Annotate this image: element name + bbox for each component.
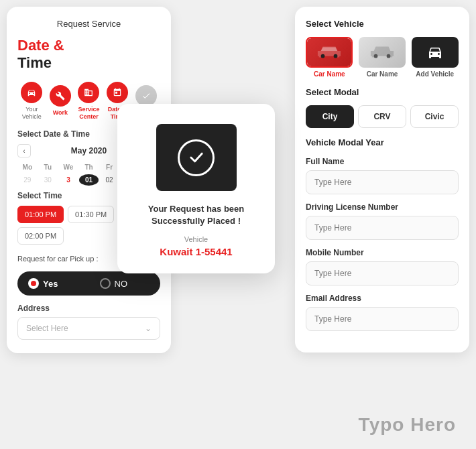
no-radio	[100, 278, 111, 289]
cal-day-we: We	[58, 162, 78, 173]
cal-day-tu: Tu	[38, 162, 58, 173]
heading-black: Time	[17, 54, 52, 71]
cal-date[interactable]: 29	[17, 174, 38, 186]
step-service: ServiceCenter	[74, 82, 103, 121]
modal-btn-city[interactable]: City	[306, 105, 354, 128]
email-field: Email Address	[306, 294, 459, 331]
calendar-month: May 2020	[71, 146, 107, 155]
success-vehicle-label: Vehicle	[184, 235, 208, 243]
full-name-field: Full Name	[306, 157, 459, 194]
yes-no-toggle: Yes NO	[17, 271, 160, 296]
car-dark-icon	[427, 44, 443, 60]
email-input[interactable]	[306, 307, 459, 331]
car-shape-red	[316, 44, 342, 60]
yes-radio	[28, 278, 39, 289]
vehicle-img-add	[412, 37, 459, 68]
card-title: Request Service	[17, 19, 160, 29]
license-label: Driving License Number	[306, 202, 459, 212]
success-title: Your Request has been Successfully Place…	[131, 203, 261, 227]
car-img-dark	[412, 37, 459, 68]
success-modal: Your Request has been Successfully Place…	[117, 104, 275, 273]
step-circle-service	[78, 82, 99, 103]
license-input[interactable]	[306, 216, 459, 240]
vehicle-thumb-2[interactable]: Car Name	[359, 37, 406, 78]
car-img-gray	[359, 37, 406, 68]
modal-section-label: Select Modal	[306, 87, 459, 97]
step-circle-vehicle	[21, 82, 42, 103]
vehicle-img-1	[306, 37, 353, 68]
vehicle-label-add: Add Vehicle	[416, 70, 454, 78]
vehicle-thumb-add[interactable]: Add Vehicle	[411, 37, 459, 78]
vehicle-thumbnails: Car Name Car Name	[306, 37, 459, 78]
car-shape-gray	[369, 44, 395, 60]
step-vehicle: Your Vehicle	[17, 82, 46, 121]
step-label-work: Work	[53, 109, 68, 117]
cal-date[interactable]: 02	[99, 174, 119, 186]
vehicle-img-2	[359, 37, 406, 68]
time-slot-1[interactable]: 01:00 PM	[17, 206, 64, 223]
cal-date-today[interactable]: 01	[79, 174, 99, 186]
step-label-service: ServiceCenter	[78, 106, 99, 121]
cal-day-mo: Mo	[17, 162, 38, 173]
date-time-heading: Date & Time	[17, 37, 160, 72]
modal-btn-civic[interactable]: Civic	[410, 105, 459, 128]
step-circle-work	[50, 85, 71, 107]
calendar-icon	[113, 88, 122, 97]
watermark: Typo Hero	[359, 414, 456, 436]
mobile-field: Mobile Number	[306, 248, 459, 285]
car-icon	[27, 88, 36, 97]
modal-buttons: City CRV Civic	[306, 105, 459, 128]
yes-radio-inner	[31, 281, 36, 286]
year-section-label: Vehicle Modal Year	[306, 137, 459, 147]
address-label: Address	[17, 304, 160, 313]
wrench-icon	[56, 91, 65, 101]
success-vehicle-id: Kuwait 1-55441	[160, 246, 232, 257]
address-select[interactable]: Select Here ⌄	[17, 317, 160, 340]
svg-point-3	[387, 54, 391, 58]
cal-day-th: Th	[79, 162, 99, 173]
watermark-text: Typo Hero	[359, 414, 456, 435]
cal-date[interactable]: 3	[58, 174, 78, 186]
yes-button[interactable]: Yes	[17, 271, 89, 296]
step-work: Work	[46, 85, 75, 117]
mobile-input[interactable]	[306, 261, 459, 285]
no-label: NO	[115, 279, 128, 289]
success-icon-box	[156, 124, 237, 191]
yes-label: Yes	[43, 279, 58, 289]
full-name-label: Full Name	[306, 157, 459, 166]
car-img-red	[307, 38, 351, 66]
modal-btn-crv[interactable]: CRV	[358, 105, 406, 128]
checkmark-icon	[187, 148, 206, 167]
address-placeholder: Select Here	[26, 324, 68, 333]
check-icon	[141, 91, 151, 101]
heading-red: Date &	[17, 37, 64, 54]
svg-point-2	[374, 54, 378, 58]
vehicle-thumb-1[interactable]: Car Name	[306, 37, 353, 78]
svg-point-1	[334, 54, 338, 58]
vehicle-label-2: Car Name	[367, 70, 398, 78]
no-button[interactable]: NO	[89, 271, 161, 296]
email-label: Email Address	[306, 294, 459, 303]
chevron-down-icon: ⌄	[145, 324, 152, 333]
cal-day-fr: Fr	[99, 162, 119, 173]
svg-point-0	[321, 54, 325, 58]
step-circle-datetime	[107, 82, 128, 103]
success-checkmark	[178, 139, 215, 176]
pickup-label: Request for car Pick up :	[17, 255, 98, 263]
time-slot-2[interactable]: 01:30 PM	[68, 206, 114, 223]
full-name-input[interactable]	[306, 170, 459, 194]
cal-date[interactable]: 30	[38, 174, 58, 186]
step-label-vehicle: Your Vehicle	[17, 106, 46, 121]
vehicle-section-label: Select Vehicle	[306, 19, 459, 29]
building-icon	[84, 88, 93, 97]
calendar-prev-button[interactable]: ‹	[17, 144, 31, 157]
mobile-label: Mobile Number	[306, 248, 459, 257]
select-vehicle-card: Select Vehicle Car Name	[295, 7, 469, 352]
time-slot-3[interactable]: 02:00 PM	[17, 227, 64, 245]
license-field: Driving License Number	[306, 202, 459, 240]
year-section: Vehicle Modal Year	[306, 137, 459, 147]
vehicle-label-1: Car Name	[314, 70, 345, 78]
